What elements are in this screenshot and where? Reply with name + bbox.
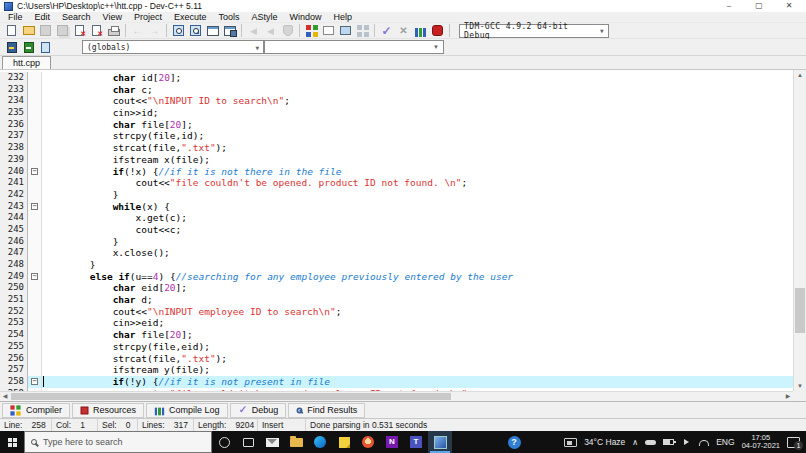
jump-back-button[interactable] (3, 40, 20, 55)
code-text[interactable]: if(!x) {//if it is not there in the file (42, 166, 793, 178)
taskbar-file-explorer[interactable] (284, 431, 308, 453)
code-text[interactable]: cout<<"\nINPUT ID to search\n"; (42, 95, 793, 107)
taskbar-help[interactable]: ? (502, 431, 526, 453)
action-center-icon[interactable]: 1 (787, 437, 800, 448)
line-number[interactable]: 258 (0, 376, 28, 388)
taskbar-edge[interactable] (308, 431, 332, 453)
panel-tab-find-results[interactable]: Find Results (288, 403, 365, 418)
abort-compilation-button[interactable] (395, 23, 412, 38)
code-line-253[interactable]: 253 cin>>eid; (0, 317, 793, 329)
code-text[interactable]: cout<<"file couldn't be opened. product … (42, 177, 793, 189)
fold-gutter[interactable] (28, 84, 42, 96)
panel-tab-resources[interactable]: Resources (72, 403, 144, 418)
code-text[interactable]: char d; (42, 294, 793, 306)
code-text[interactable]: char file[20]; (42, 329, 793, 341)
menu-execute[interactable]: Execute (168, 12, 213, 23)
code-text[interactable]: cin>>eid; (42, 317, 793, 329)
line-number[interactable]: 252 (0, 306, 28, 318)
scroll-left-arrow-icon[interactable]: ◀ (0, 392, 10, 401)
code-line-244[interactable]: 244 x.get(c); (0, 212, 793, 224)
language-indicator[interactable]: ENG (716, 437, 734, 447)
code-line-256[interactable]: 256 strcat(file,".txt"); (0, 353, 793, 365)
open-file-button[interactable] (20, 23, 37, 38)
new-project-button[interactable] (303, 23, 320, 38)
code-line-233[interactable]: 233 char c; (0, 84, 793, 96)
fold-marker-icon[interactable]: − (31, 273, 38, 280)
code-text[interactable]: char eid[20]; (42, 282, 793, 294)
project-properties-button[interactable] (337, 23, 354, 38)
undo-button[interactable] (129, 23, 146, 38)
maximize-button[interactable]: ▢ (744, 0, 774, 12)
code-line-232[interactable]: 232 char id[20]; (0, 72, 793, 84)
taskbar-teams[interactable]: T (404, 431, 428, 453)
fold-gutter[interactable] (28, 259, 42, 271)
menu-view[interactable]: View (97, 12, 128, 23)
line-number[interactable]: 249 (0, 271, 28, 283)
line-number[interactable]: 257 (0, 364, 28, 376)
code-line-238[interactable]: 238 strcat(file,".txt"); (0, 142, 793, 154)
code-line-246[interactable]: 246 } (0, 236, 793, 248)
code-line-234[interactable]: 234 cout<<"\nINPUT ID to search\n"; (0, 95, 793, 107)
close-all-button[interactable] (88, 23, 105, 38)
line-number[interactable]: 244 (0, 212, 28, 224)
line-number[interactable]: 248 (0, 259, 28, 271)
menu-search[interactable]: Search (56, 12, 97, 23)
fold-marker-icon[interactable]: − (31, 203, 38, 210)
scroll-up-arrow-icon[interactable]: ▲ (794, 70, 806, 80)
code-text[interactable]: } (42, 189, 793, 201)
code-line-239[interactable]: 239 ifstream x(file); (0, 154, 793, 166)
fold-gutter[interactable] (28, 364, 42, 376)
code-text[interactable]: } (42, 236, 793, 248)
menu-help[interactable]: Help (328, 12, 359, 23)
compiler-profile-dropdown[interactable]: TDM-GCC 4.9.2 64-bit Debug▼ (459, 24, 609, 38)
code-text[interactable]: cout<<c; (42, 224, 793, 236)
code-line-245[interactable]: 245 cout<<c; (0, 224, 793, 236)
code-text[interactable]: x.get(c); (42, 212, 793, 224)
run-button[interactable] (245, 23, 262, 38)
scroll-right-arrow-icon[interactable]: ▶ (783, 392, 793, 401)
compile-button[interactable] (204, 23, 221, 38)
fold-gutter[interactable] (28, 282, 42, 294)
line-number[interactable]: 236 (0, 119, 28, 131)
start-button[interactable] (0, 431, 24, 453)
line-number[interactable]: 238 (0, 142, 28, 154)
line-number[interactable]: 235 (0, 107, 28, 119)
fold-gutter[interactable] (28, 154, 42, 166)
package-manager-button[interactable] (354, 23, 371, 38)
fold-gutter[interactable] (28, 353, 42, 365)
check-syntax-button[interactable] (378, 23, 395, 38)
line-number[interactable]: 242 (0, 189, 28, 201)
fold-gutter[interactable] (28, 119, 42, 131)
fold-gutter[interactable] (28, 317, 42, 329)
line-number[interactable]: 237 (0, 130, 28, 142)
fold-gutter[interactable] (28, 247, 42, 259)
view-source-button[interactable] (37, 40, 54, 55)
fold-gutter[interactable] (28, 306, 42, 318)
scroll-down-arrow-icon[interactable]: ▼ (794, 381, 806, 391)
code-text[interactable]: if(!y) {//if it is not present in file (42, 376, 793, 388)
code-text[interactable]: cout<<"\nINPUT employee ID to search\n"; (42, 306, 793, 318)
line-number[interactable]: 232 (0, 72, 28, 84)
code-line-249[interactable]: 249− else if(u==4) {//searching for any … (0, 271, 793, 283)
fold-gutter[interactable] (28, 130, 42, 142)
tab-htt-cpp[interactable]: htt.cpp (2, 56, 51, 69)
news-widget-icon[interactable] (564, 438, 577, 447)
fold-gutter[interactable]: − (28, 271, 42, 283)
code-line-251[interactable]: 251 char d; (0, 294, 793, 306)
fold-gutter[interactable] (28, 224, 42, 236)
taskbar-onenote[interactable]: N (380, 431, 404, 453)
code-text[interactable]: strcpy(file,eid); (42, 341, 793, 353)
fold-gutter[interactable] (28, 236, 42, 248)
code-text[interactable]: char c; (42, 84, 793, 96)
panel-tab-compiler[interactable]: Compiler (2, 403, 70, 418)
line-number[interactable]: 233 (0, 84, 28, 96)
weather-status[interactable]: 34°C Haze (584, 437, 625, 447)
line-number[interactable]: 255 (0, 341, 28, 353)
line-number[interactable]: 245 (0, 224, 28, 236)
code-text[interactable]: else if(u==4) {//searching for any emplo… (42, 271, 793, 283)
code-line-258[interactable]: 258− if(!y) {//if it is not present in f… (0, 376, 793, 388)
code-line-241[interactable]: 241 cout<<"file couldn't be opened. prod… (0, 177, 793, 189)
menu-project[interactable]: Project (128, 12, 168, 23)
network-icon[interactable] (699, 440, 709, 446)
fold-gutter[interactable]: − (28, 166, 42, 178)
